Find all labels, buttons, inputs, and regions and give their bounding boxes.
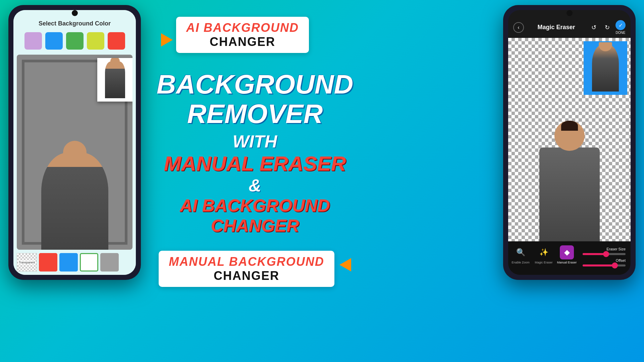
magic-eraser-label: Magic Eraser [535, 261, 552, 264]
manual-eraser-text: MANUAL ERASER [164, 152, 346, 175]
right-phone-canvas[interactable] [508, 38, 631, 241]
offset-track[interactable] [583, 264, 626, 266]
eraser-size-track[interactable] [583, 253, 626, 255]
transparent-label: Transparent [18, 260, 36, 264]
left-person-body [41, 153, 108, 250]
arrow-to-ai-badge [161, 33, 173, 47]
thumbnail-person [592, 45, 619, 92]
tool-manual-eraser[interactable]: ◆ Manual Eraser [556, 245, 578, 264]
main-title-line1: BACKGROUND [157, 70, 354, 99]
small-thumb-person [105, 61, 125, 98]
left-person [41, 153, 108, 250]
top-bar-actions: ↺ ↻ ✓ DONE [589, 20, 626, 35]
left-frame [17, 55, 132, 250]
left-phone-notch [72, 10, 78, 16]
offset-fill [583, 264, 615, 266]
main-person-head [554, 121, 585, 151]
transparent-option[interactable]: Transparent [17, 253, 37, 272]
swatch-red[interactable] [108, 32, 125, 50]
bottom-color-bar: Transparent [13, 250, 136, 275]
manual-badge-line2: CHANGER [169, 269, 324, 283]
left-phone-screen: Select Background Color Transpare [13, 10, 136, 275]
eraser-size-slider-row [583, 253, 626, 255]
eraser-size-thumb[interactable] [603, 251, 609, 257]
with-text: WITH [233, 131, 277, 152]
color-white-button[interactable] [80, 253, 98, 272]
manual-eraser-label: Manual Eraser [557, 261, 577, 264]
zoom-icon: 🔍 [514, 245, 528, 259]
swatch-blue[interactable] [45, 32, 63, 50]
swatch-purple[interactable] [24, 32, 42, 50]
eraser-panel: Eraser Size Offset [579, 245, 629, 272]
eraser-size-fill [583, 253, 606, 255]
bottom-toolbar: 🔍 Enable Zoom ✨ Magic Eraser ◆ Manual Er… [508, 241, 631, 275]
color-gray-button[interactable] [100, 253, 119, 272]
main-person [533, 121, 606, 241]
ai-badge-line2: CHANGER [186, 35, 299, 49]
thumbnail-preview [584, 41, 627, 95]
color-swatches-row [13, 31, 136, 55]
color-red-button[interactable] [39, 253, 57, 272]
swatch-green[interactable] [66, 32, 84, 50]
center-content: AI BACKGROUND CHANGER BACKGROUND REMOVER… [151, 17, 359, 287]
zoom-label: Enable Zoom [512, 261, 530, 264]
offset-slider-row [583, 264, 626, 266]
manual-badge-line1: MANUAL BACKGROUND [169, 255, 324, 269]
right-phone: ‹ Magic Eraser ↺ ↻ ✓ DONE [503, 5, 636, 280]
top-bar-title: Magic Eraser [527, 24, 585, 31]
main-title: BACKGROUND REMOVER [157, 70, 354, 129]
ai-badge-text: AI BACKGROUND CHANGER [186, 21, 299, 49]
right-phone-screen: ‹ Magic Eraser ↺ ↻ ✓ DONE [508, 10, 631, 275]
redo-button[interactable]: ↻ [602, 22, 612, 33]
tool-enable-zoom[interactable]: 🔍 Enable Zoom [510, 245, 531, 264]
tool-magic-eraser[interactable]: ✨ Magic Eraser [533, 245, 554, 264]
offset-thumb[interactable] [612, 262, 618, 268]
back-button[interactable]: ‹ [513, 22, 524, 33]
left-phone-image-area [17, 55, 132, 250]
small-thumbnail [97, 58, 132, 102]
manual-badge-text: MANUAL BACKGROUND CHANGER [169, 255, 324, 283]
manual-eraser-icon: ◆ [560, 245, 574, 259]
ai-bg-changer-text: AI BACKGROUND CHANGER [151, 195, 359, 236]
manual-badge: MANUAL BACKGROUND CHANGER [159, 251, 334, 287]
ampersand: & [249, 175, 261, 195]
main-person-body [539, 147, 600, 241]
ai-badge: AI BACKGROUND CHANGER [176, 17, 309, 53]
offset-label: Offset [583, 258, 626, 262]
right-phone-notch [567, 10, 573, 16]
ai-badge-line1: AI BACKGROUND [186, 21, 299, 35]
main-title-line2: REMOVER [157, 99, 354, 129]
arrow-to-manual-badge [339, 258, 351, 272]
eraser-size-label: Eraser Size [583, 247, 626, 251]
done-label: DONE [616, 31, 626, 35]
undo-button[interactable]: ↺ [589, 22, 599, 33]
done-circle: ✓ [615, 20, 626, 30]
color-blue-button[interactable] [59, 253, 78, 272]
magic-eraser-icon: ✨ [537, 245, 551, 259]
left-phone: Select Background Color Transpare [8, 5, 141, 280]
done-button[interactable]: ✓ DONE [615, 20, 626, 35]
swatch-yellow[interactable] [87, 32, 104, 50]
